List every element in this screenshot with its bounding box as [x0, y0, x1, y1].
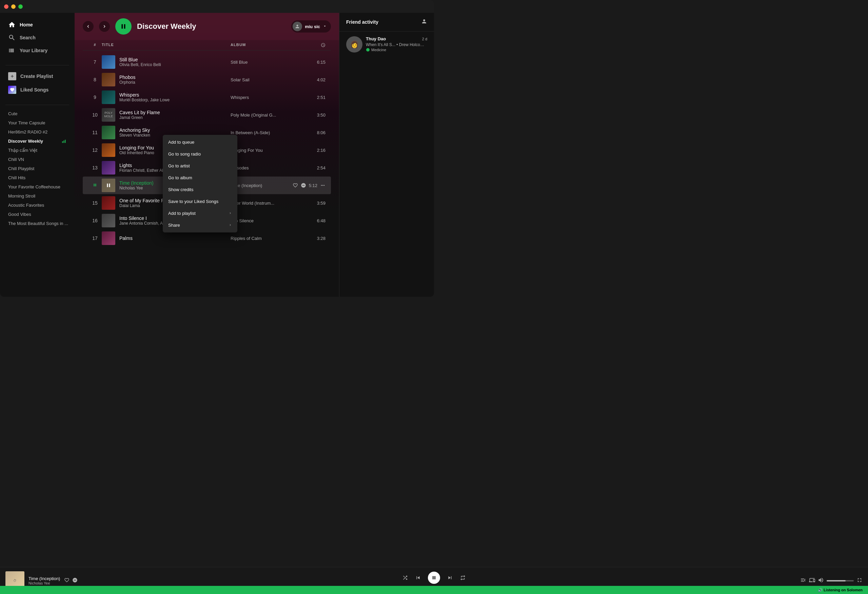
context-menu-share[interactable]: Share — [163, 219, 237, 231]
track-thumbnail — [102, 126, 115, 139]
playlist-item-time-capsule[interactable]: Your Time Capsule — [6, 118, 69, 127]
context-menu-go-album[interactable]: Go to album — [163, 172, 237, 184]
track-duration: 3:28 — [317, 236, 326, 241]
back-icon — [86, 24, 91, 29]
playlist-item-cute[interactable]: Cute — [6, 109, 69, 118]
track-album: Poly Mole (Original G... — [230, 112, 298, 118]
playlist-item-good-vibes[interactable]: Good Vibes — [6, 210, 69, 219]
friend-time: 2 d — [422, 37, 427, 41]
playlist-item-coffeehouse[interactable]: Your Favorite Coffeehouse — [6, 182, 69, 192]
arrow-right-icon — [229, 211, 232, 216]
track-album: Time (Inception) — [230, 183, 298, 188]
track-info: POLYMOLE Caves Lit by Flame Jamal Green — [102, 108, 230, 122]
playlist-item-thap-cam[interactable]: Thập cẩm Việt — [6, 146, 69, 155]
track-num: 8 — [88, 77, 102, 83]
track-info: Whispers Muriël Bostdorp, Jake Lowe — [102, 90, 230, 104]
library-icon — [8, 47, 16, 54]
context-menu-add-playlist[interactable]: Add to playlist — [163, 207, 237, 219]
track-thumbnail — [102, 231, 115, 245]
like-button[interactable] — [292, 181, 298, 189]
track-album: Episodes — [230, 165, 298, 171]
track-num — [88, 183, 102, 189]
playlist-item-acoustic[interactable]: Acoustic Favorites — [6, 200, 69, 210]
table-row[interactable]: 7 Still Blue Olivia Belli, Enrico Belli … — [83, 53, 331, 71]
more-horiz-icon — [320, 183, 326, 188]
playlist-item-radio[interactable]: Her86m2 RADIO #2 — [6, 127, 69, 137]
sidebar-item-home[interactable]: Home — [6, 18, 69, 31]
track-duration: 8:06 — [317, 130, 326, 135]
user-menu[interactable]: miu sic — [291, 20, 331, 32]
now-playing-icon — [62, 139, 66, 144]
track-num: 10 — [88, 112, 102, 118]
track-album: Into Silence — [230, 218, 298, 223]
right-panel: Friend activity 👩 Thuy Dao 2 d When It's… — [339, 13, 434, 297]
context-menu: Add to queue Go to song radio Go to arti… — [163, 135, 237, 233]
sidebar-item-library[interactable]: Your Library — [6, 44, 69, 57]
playlist-item-chill-playlist[interactable]: Chill Playplist — [6, 164, 69, 173]
track-thumbnail — [102, 196, 115, 210]
track-duration: 2:16 — [317, 148, 326, 153]
playlist-item-chill-hits[interactable]: Chill Hits — [6, 173, 69, 182]
main-play-button[interactable] — [115, 18, 131, 35]
playlist-item-beautiful[interactable]: The Most Beautiful Songs in ... — [6, 219, 69, 228]
playlist-item-discover-weekly[interactable]: Discover Weekly — [6, 137, 69, 146]
track-duration: 5:12 — [309, 183, 317, 188]
track-album: Still Blue — [230, 60, 298, 65]
clock-icon — [321, 43, 326, 47]
right-panel-header: Friend activity — [340, 13, 434, 31]
minimize-button[interactable] — [11, 4, 16, 9]
home-icon — [8, 21, 16, 28]
maximize-button[interactable] — [18, 4, 23, 9]
arrow-right-icon-2 — [229, 223, 232, 228]
context-menu-show-credits[interactable]: Show credits — [163, 184, 237, 196]
context-menu-song-radio[interactable]: Go to song radio — [163, 148, 237, 160]
close-button[interactable] — [4, 4, 9, 9]
sidebar: Home Search Your Library Create Playlist — [0, 13, 75, 297]
svg-rect-1 — [63, 140, 64, 143]
table-row[interactable]: 10 POLYMOLE Caves Lit by Flame Jamal Gre… — [83, 106, 331, 124]
sidebar-item-search[interactable]: Search — [6, 31, 69, 44]
table-row[interactable]: 9 Whispers Muriël Bostdorp, Jake Lowe Wh… — [83, 88, 331, 106]
svg-point-3 — [366, 48, 370, 52]
table-row[interactable]: 8 Phobos Orphoria Solar Sail 4:02 — [83, 71, 331, 88]
track-num: 15 — [88, 200, 102, 206]
user-icon — [295, 24, 300, 29]
track-num: 9 — [88, 94, 102, 100]
track-thumbnail — [102, 178, 115, 192]
forward-button[interactable] — [99, 21, 110, 32]
track-album: Inner World (Instrum... — [230, 200, 298, 206]
context-menu-add-queue[interactable]: Add to queue — [163, 136, 237, 148]
track-num: 16 — [88, 218, 102, 223]
friend-item[interactable]: 👩 Thuy Dao 2 d When It's All S... • Drew… — [340, 31, 434, 57]
track-thumbnail — [102, 73, 115, 86]
playlist-item-morning-stroll[interactable]: Morning Stroll — [6, 192, 69, 200]
friend-info: Thuy Dao 2 d When It's All S... • Drew H… — [366, 36, 427, 53]
heart-icon — [10, 87, 15, 92]
page-title: Discover Weekly — [137, 22, 286, 31]
more-button[interactable] — [320, 181, 326, 189]
minus-button[interactable] — [301, 181, 306, 189]
create-playlist-button[interactable]: Create Playlist — [6, 69, 69, 83]
track-info: Phobos Orphoria — [102, 73, 230, 86]
friend-source: Medicine — [366, 48, 427, 52]
sidebar-nav: Home Search Your Library — [0, 16, 75, 62]
playlist-item-chill-vn[interactable]: Chill VN — [6, 155, 69, 164]
right-panel-title: Friend activity — [346, 19, 378, 25]
track-num: 17 — [88, 236, 102, 241]
close-panel-button[interactable] — [421, 18, 427, 26]
pause-small-icon — [93, 183, 97, 187]
svg-rect-2 — [65, 140, 65, 143]
track-thumbnail — [102, 214, 115, 227]
track-thumbnail: POLYMOLE — [102, 108, 115, 122]
context-menu-go-artist[interactable]: Go to artist — [163, 160, 237, 172]
track-list-header: # TITLE ALBUM — [83, 40, 331, 50]
pause-icon — [120, 23, 127, 30]
traffic-lights — [4, 4, 23, 9]
liked-songs-button[interactable]: Liked Songs — [6, 83, 69, 97]
header-album: ALBUM — [230, 43, 298, 47]
context-menu-save-liked[interactable]: Save to your Liked Songs — [163, 196, 237, 207]
track-thumbnail — [102, 90, 115, 104]
track-duration: 2:54 — [317, 165, 326, 171]
track-info: Still Blue Olivia Belli, Enrico Belli — [102, 55, 230, 69]
back-button[interactable] — [83, 21, 94, 32]
